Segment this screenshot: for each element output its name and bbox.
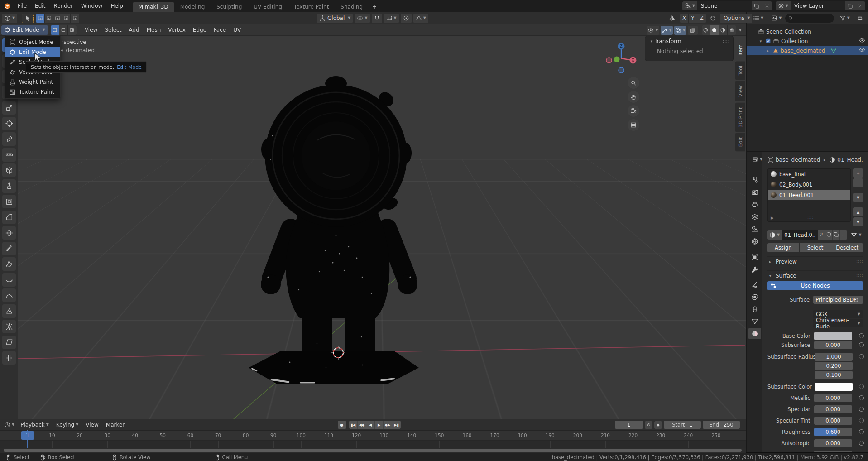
add-slot-button[interactable]: ＋ xyxy=(853,168,863,178)
shading-wireframe-button[interactable] xyxy=(702,25,710,35)
sidebar-tab-view[interactable]: View xyxy=(735,81,745,101)
ortho-toggle-button[interactable] xyxy=(628,119,639,131)
visibility-eye-toggle[interactable] xyxy=(859,47,865,54)
color-swatch-subsurface-color[interactable] xyxy=(815,383,853,391)
tool-loop-cut[interactable] xyxy=(2,226,16,240)
properties-tab-object[interactable] xyxy=(748,251,761,263)
face-select-button[interactable] xyxy=(68,25,77,35)
value-slider-subsurface-radius[interactable]: 0.200 xyxy=(815,362,853,370)
tool-poly-build[interactable] xyxy=(2,257,16,271)
tool-edge-slide[interactable] xyxy=(2,304,16,318)
keying-set-button[interactable]: ◆ xyxy=(654,421,662,429)
view-layer-selector[interactable]: ▼ View Layer xyxy=(776,1,865,10)
workspace-tab-shading[interactable]: Shading xyxy=(335,2,369,12)
outliner-row-scene-collection[interactable]: Scene Collection xyxy=(747,27,868,36)
snap-settings-icon[interactable] xyxy=(708,14,718,23)
animate-decorator[interactable] xyxy=(859,418,864,423)
transform-panel-title[interactable]: Transform xyxy=(654,38,681,44)
value-slider-subsurface-radius[interactable]: 0.100 xyxy=(815,371,853,379)
select-tool-mode-3[interactable] xyxy=(62,14,71,23)
timeline-editor-type-button[interactable]: ▼ xyxy=(2,420,17,430)
animate-decorator[interactable] xyxy=(859,395,864,400)
viewport-menu-vertex[interactable]: Vertex xyxy=(164,27,189,33)
edge-select-button[interactable] xyxy=(59,25,68,35)
timeline-keyframe-area[interactable] xyxy=(0,441,746,448)
animate-decorator[interactable] xyxy=(859,333,864,338)
workspace-tab-sculpting[interactable]: Sculpting xyxy=(211,2,248,12)
timeline-menu-marker[interactable]: Marker xyxy=(102,422,128,428)
mode-menu-item-weight-paint[interactable]: Weight Paint xyxy=(5,77,60,87)
view-layer-copy-button[interactable] xyxy=(845,1,855,10)
playhead-line[interactable] xyxy=(27,430,28,448)
outliner-display-mode-dropdown[interactable]: ▼ xyxy=(751,14,766,23)
animate-decorator[interactable] xyxy=(859,441,864,446)
properties-tab-render[interactable] xyxy=(748,187,761,198)
value-slider-specular-tint[interactable]: 0.000 xyxy=(814,417,852,425)
sidebar-tab-3d-print[interactable]: 3D-Print xyxy=(735,103,745,132)
color-swatch-base-color[interactable] xyxy=(814,332,852,340)
menu-help[interactable]: Help xyxy=(106,3,127,9)
timeline-menu-keying[interactable]: Keying▼ xyxy=(53,422,82,428)
value-slider-roughness[interactable]: 0.600 xyxy=(814,428,852,436)
sidebar-tab-tool[interactable]: Tool xyxy=(735,61,745,80)
scene-copy-button[interactable] xyxy=(752,1,762,10)
camera-view-button[interactable] xyxy=(628,105,639,117)
options-dropdown[interactable]: Options▼ xyxy=(720,14,752,23)
properties-tab-constraints[interactable] xyxy=(748,303,761,315)
properties-tab-world[interactable] xyxy=(748,235,761,247)
zoom-button[interactable] xyxy=(628,77,639,89)
enum-dropdown-christensen-burle[interactable]: Christensen-Burle▼ xyxy=(813,319,863,327)
sidebar-tab-edit[interactable]: Edit xyxy=(735,133,745,151)
value-slider-subsurface-radius[interactable]: 1.000 xyxy=(815,353,853,361)
menu-file[interactable]: File xyxy=(14,3,31,9)
properties-tab-output[interactable] xyxy=(748,199,761,210)
current-frame-field[interactable]: 1 xyxy=(615,421,643,429)
viewport-menu-edge[interactable]: Edge xyxy=(189,27,210,33)
new-collection-button[interactable] xyxy=(855,14,866,23)
jump-to-start-button[interactable]: ▮◀ xyxy=(349,421,358,429)
visibility-eye-toggle[interactable] xyxy=(859,37,865,45)
unlink-material-button[interactable] xyxy=(840,230,847,240)
properties-tab-particles[interactable] xyxy=(748,279,761,290)
outliner-row-collection[interactable]: ▾Collection xyxy=(747,36,868,46)
snap-toggle[interactable] xyxy=(372,14,382,23)
active-tool-button[interactable] xyxy=(22,14,34,23)
mode-menu-item-texture-paint[interactable]: Texture Paint xyxy=(5,87,60,97)
play-button[interactable]: ▶ xyxy=(375,421,384,429)
tool-shear[interactable] xyxy=(2,336,16,349)
timeline-scrollbar[interactable] xyxy=(0,448,746,453)
next-keyframe-button[interactable]: ◆▶ xyxy=(384,421,392,429)
select-tool-mode-2[interactable] xyxy=(53,14,62,23)
menu-edit[interactable]: Edit xyxy=(31,3,49,9)
properties-tab-scene[interactable] xyxy=(748,223,761,235)
properties-tab-modifiers[interactable] xyxy=(748,264,761,275)
outliner-row-base-decimated[interactable]: ▸base_decimated xyxy=(747,46,868,55)
slot-specials-dropdown[interactable]: ▼ xyxy=(853,193,863,202)
value-slider-metallic[interactable]: 0.000 xyxy=(814,394,852,402)
viewport-menu-face[interactable]: Face xyxy=(210,27,230,33)
properties-tab-material[interactable] xyxy=(748,328,761,339)
value-slider-specular[interactable]: 0.000 xyxy=(814,405,852,413)
value-slider-subsurface[interactable]: 0.000 xyxy=(814,341,852,349)
workspace-tab-mimaki-3d[interactable]: Mimaki_3D xyxy=(133,2,174,12)
xray-toggle[interactable] xyxy=(688,26,698,35)
orientation-dropdown[interactable]: Global▼ xyxy=(317,14,353,23)
tool-transform[interactable] xyxy=(2,117,16,130)
add-workspace-button[interactable]: + xyxy=(369,2,380,12)
scene-selector[interactable]: ▼ Scene xyxy=(682,1,772,10)
animate-decorator[interactable] xyxy=(859,354,864,359)
material-name-field[interactable]: 01_Head.0.. xyxy=(782,230,818,240)
timeline-menu-playback[interactable]: Playback▼ xyxy=(17,422,53,428)
material-users-count[interactable]: 2 xyxy=(818,230,825,240)
gizmos-dropdown[interactable]: ▼ xyxy=(661,26,673,35)
properties-tab-tool[interactable] xyxy=(748,174,761,185)
outliner-filter-dropdown[interactable]: ▼ xyxy=(837,14,852,23)
jump-to-end-button[interactable]: ▶▮ xyxy=(392,421,401,429)
new-material-button[interactable] xyxy=(833,230,840,240)
object-visibility-dropdown[interactable]: ▼ xyxy=(647,26,659,35)
mode-menu-item-edit-mode[interactable]: Edit Mode xyxy=(5,47,60,57)
select-tool-mode-0[interactable] xyxy=(36,14,45,23)
snap-with-dropdown[interactable]: ▼ xyxy=(355,14,369,23)
navigation-gizmo[interactable]: Z X xyxy=(604,41,638,75)
shading-material-button[interactable] xyxy=(719,25,728,35)
